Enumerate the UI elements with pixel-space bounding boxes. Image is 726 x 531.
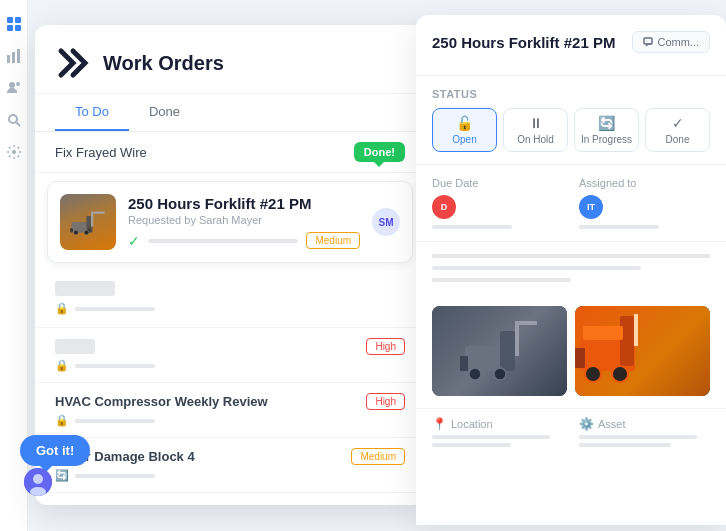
panel-title: Work Orders <box>103 52 224 75</box>
wo-row-placeholder2 <box>55 339 95 354</box>
search-icon[interactable] <box>6 112 22 128</box>
priority-badge: High <box>366 393 405 410</box>
comment-btn-label: Comm... <box>657 36 699 48</box>
status-btn-done-label: Done <box>666 134 690 145</box>
svg-rect-1 <box>15 17 21 23</box>
location-label: Location <box>451 418 493 430</box>
due-date-indicator: D <box>432 195 456 219</box>
forklift-image-2[interactable] <box>575 306 710 396</box>
svg-rect-27 <box>519 321 537 325</box>
user-avatar <box>24 468 52 496</box>
panel-header: Work Orders <box>35 25 425 94</box>
got-it-text: Got it! <box>36 443 74 458</box>
work-order-thumbnail <box>60 194 116 250</box>
status-btn-onhold[interactable]: ⏸ On Hold <box>503 108 568 152</box>
status-section: Status 🔓 Open ⏸ On Hold 🔄 In Progress ✓ … <box>416 76 726 165</box>
svg-rect-3 <box>15 25 21 31</box>
status-label: Status <box>432 88 710 100</box>
detail-header: 250 Hours Forklift #21 PM Comm... <box>416 15 726 76</box>
assigned-to-col: Assigned to IT <box>579 177 710 229</box>
work-order-row[interactable]: HVAC Compressor Weekly Review High 🔒 <box>35 383 425 438</box>
location-asset-section: 📍 Location ⚙️ Asset <box>416 408 726 455</box>
status-btn-open[interactable]: 🔓 Open <box>432 108 497 152</box>
work-order-name: HVAC Compressor Weekly Review <box>55 394 268 409</box>
images-section <box>416 302 726 408</box>
svg-rect-14 <box>70 228 73 233</box>
svg-point-35 <box>612 366 628 382</box>
svg-point-21 <box>33 474 43 484</box>
status-btn-onhold-label: On Hold <box>517 134 554 145</box>
svg-point-11 <box>12 150 16 154</box>
grid-icon[interactable] <box>6 16 22 32</box>
featured-work-order[interactable]: 250 Hours Forklift #21 PM Requested by S… <box>47 181 413 263</box>
svg-point-19 <box>84 230 89 235</box>
app-logo <box>55 45 91 81</box>
svg-rect-4 <box>7 55 10 63</box>
detail-panel: 250 Hours Forklift #21 PM Comm... Status… <box>416 15 726 525</box>
svg-rect-25 <box>500 331 515 371</box>
svg-rect-23 <box>644 38 652 44</box>
got-it-bubble[interactable]: Got it! <box>20 435 90 466</box>
refresh-icon: 🔄 <box>55 469 69 482</box>
pause-icon: ⏸ <box>529 115 543 131</box>
svg-rect-37 <box>583 326 623 340</box>
tab-done[interactable]: Done <box>129 94 200 131</box>
svg-point-8 <box>16 82 20 86</box>
svg-rect-2 <box>7 25 13 31</box>
status-btn-open-label: Open <box>452 134 476 145</box>
location-icon: 📍 <box>432 417 447 431</box>
due-date-label: Due Date <box>432 177 563 189</box>
status-btn-inprogress[interactable]: 🔄 In Progress <box>574 108 639 152</box>
done-icon: ✓ <box>672 115 684 131</box>
svg-point-18 <box>74 230 79 235</box>
svg-rect-33 <box>634 314 638 346</box>
work-order-row[interactable]: 🔒 High <box>35 271 425 328</box>
detail-title: 250 Hours Forklift #21 PM <box>432 34 615 51</box>
work-order-row[interactable]: High 🔒 <box>35 328 425 383</box>
inprogress-icon: 🔄 <box>598 115 615 131</box>
asset-col: ⚙️ Asset <box>579 417 710 447</box>
svg-rect-17 <box>93 212 104 214</box>
priority-badge: Medium <box>306 232 360 249</box>
gear-icon[interactable] <box>6 144 22 160</box>
avatar: SM <box>372 208 400 236</box>
skeleton-content <box>416 242 726 302</box>
work-order-row[interactable]: Water Damage Block 4 Medium 🔄 <box>35 438 425 493</box>
svg-rect-16 <box>91 212 93 227</box>
comment-button[interactable]: Comm... <box>632 31 710 53</box>
bar-chart-icon[interactable] <box>6 48 22 64</box>
asset-label: Asset <box>598 418 626 430</box>
svg-point-9 <box>9 115 17 123</box>
featured-sub: Requested by Sarah Mayer <box>128 214 360 226</box>
due-date-col: Due Date D <box>432 177 563 229</box>
lock-icon: 🔒 <box>55 302 69 315</box>
priority-badge: High <box>366 338 405 355</box>
svg-point-28 <box>469 368 481 380</box>
status-buttons: 🔓 Open ⏸ On Hold 🔄 In Progress ✓ Done <box>432 108 710 152</box>
work-orders-panel: Work Orders To Do Done Fix Frayed Wire D… <box>35 25 425 505</box>
asset-icon: ⚙️ <box>579 417 594 431</box>
assigned-avatar: IT <box>579 195 603 219</box>
work-order-name: Fix Frayed Wire <box>55 145 147 160</box>
svg-rect-30 <box>460 356 468 371</box>
svg-point-29 <box>494 368 506 380</box>
svg-rect-0 <box>7 17 13 23</box>
location-col: 📍 Location <box>432 417 563 447</box>
open-icon: 🔓 <box>456 115 473 131</box>
svg-line-10 <box>16 123 20 127</box>
svg-rect-36 <box>575 348 585 368</box>
svg-point-34 <box>585 366 601 382</box>
status-btn-done[interactable]: ✓ Done <box>645 108 710 152</box>
done-badge: Done! <box>354 142 405 162</box>
svg-rect-5 <box>12 52 15 63</box>
forklift-image-1[interactable] <box>432 306 567 396</box>
tabs: To Do Done <box>35 94 425 132</box>
tab-todo[interactable]: To Do <box>55 94 129 131</box>
work-order-row[interactable]: Fix Frayed Wire Done! <box>35 132 425 173</box>
svg-rect-26 <box>515 321 519 356</box>
assigned-to-label: Assigned to <box>579 177 710 189</box>
progress-bar <box>148 239 298 243</box>
lock-icon2: 🔒 <box>55 359 69 372</box>
users-icon[interactable] <box>6 80 22 96</box>
work-order-list: Fix Frayed Wire Done! <box>35 132 425 505</box>
